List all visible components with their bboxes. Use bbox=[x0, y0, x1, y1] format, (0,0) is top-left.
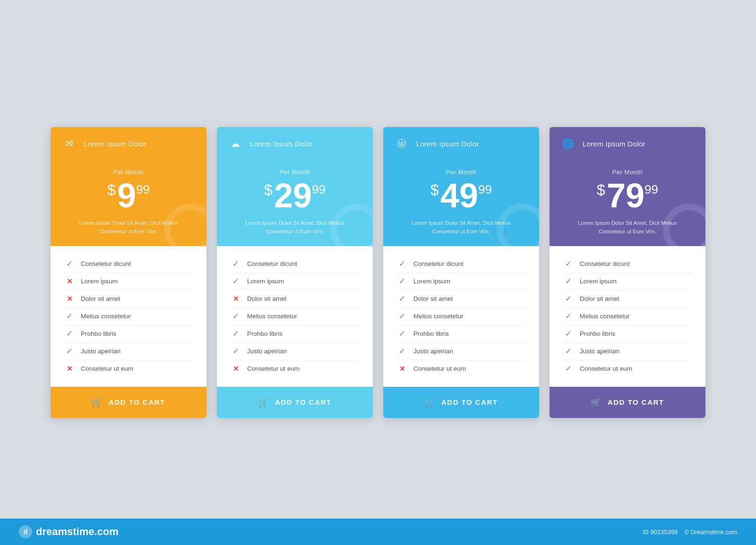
pricing-card-1: ✉Lorem Ipsum DolorPer Month$ 999Lorem Ip… bbox=[51, 127, 206, 418]
list-item: ✓Melius consetetur bbox=[231, 308, 359, 325]
check-icon: ✓ bbox=[565, 329, 572, 339]
feature-label-2-3: Dolor sit amet bbox=[247, 295, 286, 302]
price-description-1: Lorem Ipsum Dolor Sit Amet, Dicit Melius… bbox=[77, 219, 180, 236]
price-period-1: Per Month bbox=[113, 169, 144, 176]
check-icon: ✓ bbox=[66, 329, 73, 339]
card-price-4: Per Month$ 7999Lorem Ipsum Dolor Sit Ame… bbox=[550, 160, 705, 246]
cross-icon: ✕ bbox=[67, 277, 73, 286]
card-header-4: 🌐Lorem Ipsum Dolor bbox=[550, 127, 705, 160]
add-to-cart-label-1: ADD TO CART bbox=[109, 398, 165, 406]
add-to-cart-label-4: ADD TO CART bbox=[608, 398, 664, 406]
add-to-cart-button-1[interactable]: 🛒ADD TO CART bbox=[51, 387, 206, 418]
check-icon: ✓ bbox=[565, 259, 572, 269]
check-icon: ✓ bbox=[399, 346, 405, 356]
cart-icon: 🛒 bbox=[424, 397, 436, 408]
cross-icon: ✕ bbox=[233, 295, 239, 303]
price-period-4: Per Month bbox=[612, 169, 643, 176]
feature-label-2-1: Consetetur dicunt bbox=[247, 260, 297, 267]
price-description-3: Lorem Ipsum Dolor Sit Amet, Dicit Melius… bbox=[409, 219, 513, 236]
feature-label-4-4: Melius consetetur bbox=[580, 313, 630, 320]
list-item: ✓Melius consetetur bbox=[397, 308, 525, 325]
check-icon: ✓ bbox=[399, 294, 405, 304]
feature-label-1-6: Justo apeirian bbox=[81, 348, 120, 355]
list-item: ✓Justo apeirian bbox=[564, 343, 691, 360]
feature-label-3-3: Dolor sit amet bbox=[413, 295, 453, 302]
check-icon: ✓ bbox=[565, 364, 572, 374]
feature-label-2-5: Prohbo libris bbox=[247, 330, 283, 337]
add-to-cart-label-3: ADD TO CART bbox=[441, 398, 498, 406]
list-item: ✓Prohbo libris bbox=[564, 325, 691, 343]
card-price-1: Per Month$ 999Lorem Ipsum Dolor Sit Amet… bbox=[51, 160, 206, 246]
price-main-2: 29 bbox=[274, 179, 312, 213]
price-cents-1: 99 bbox=[136, 183, 150, 196]
card-features-2: ✓Consetetur dicunt✓Lorem ipsum✕Dolor sit… bbox=[217, 246, 373, 387]
add-to-cart-button-2[interactable]: 🛒ADD TO CART bbox=[217, 387, 373, 418]
feature-label-2-2: Lorem ipsum bbox=[247, 278, 284, 285]
dreamstime-logo-icon: d bbox=[19, 525, 32, 538]
price-dollar-2: $ bbox=[264, 182, 273, 197]
card-title-3: Lorem Ipsum Dolor bbox=[416, 140, 479, 148]
list-item: ✕Dolor sit amet bbox=[231, 290, 359, 308]
feature-label-4-2: Lorem ipsum bbox=[580, 278, 617, 285]
price-amount-3: $ 4999 bbox=[430, 179, 492, 213]
price-period-2: Per Month bbox=[280, 169, 310, 176]
price-description-2: Lorem Ipsum Dolor Sit Amet, Dicit Melius… bbox=[243, 219, 347, 236]
feature-label-3-2: Lorem ipsum bbox=[413, 278, 450, 285]
check-icon: ✓ bbox=[232, 329, 239, 339]
price-amount-4: $ 7999 bbox=[597, 179, 658, 213]
feature-label-1-4: Melius consetetur bbox=[81, 313, 131, 320]
pricing-container: ✉Lorem Ipsum DolorPer Month$ 999Lorem Ip… bbox=[13, 99, 743, 446]
email-icon: ✉ bbox=[61, 136, 77, 152]
price-amount-1: $ 999 bbox=[107, 179, 150, 213]
price-dollar-3: $ bbox=[430, 182, 439, 197]
check-icon: ✓ bbox=[399, 329, 405, 339]
cloud-icon: ☁ bbox=[227, 136, 243, 152]
price-description-4: Lorem Ipsum Dolor Sit Amet, Dicit Melius… bbox=[576, 219, 679, 236]
feature-label-4-6: Justo apeirian bbox=[580, 348, 619, 355]
card-features-3: ✓Consetetur dicunt✓Lorem ipsum✓Dolor sit… bbox=[383, 246, 539, 387]
pricing-card-2: ☁Lorem Ipsum DolorPer Month$ 2999Lorem I… bbox=[217, 127, 373, 418]
list-item: ✓Consetetur dicunt bbox=[564, 255, 691, 273]
card-features-4: ✓Consetetur dicunt✓Lorem ipsum✓Dolor sit… bbox=[550, 246, 705, 387]
list-item: ✓Dolor sit amet bbox=[397, 290, 525, 308]
list-item: ✓Prohbo libris bbox=[65, 325, 192, 343]
check-icon: ✓ bbox=[399, 276, 405, 286]
list-item: ✓Justo apeirian bbox=[65, 343, 192, 360]
add-to-cart-button-4[interactable]: 🛒ADD TO CART bbox=[550, 387, 705, 418]
footer-logo: d dreamstime.com bbox=[19, 525, 119, 538]
footer-id: ID 90235399 bbox=[643, 528, 678, 536]
list-item: ✓Justo apeirian bbox=[231, 343, 359, 360]
card-price-2: Per Month$ 2999Lorem Ipsum Dolor Sit Ame… bbox=[217, 160, 373, 246]
price-amount-2: $ 2999 bbox=[264, 179, 326, 213]
price-main-4: 79 bbox=[607, 179, 644, 213]
card-title-2: Lorem Ipsum Dolor bbox=[250, 140, 313, 148]
price-cents-2: 99 bbox=[312, 183, 326, 196]
card-header-1: ✉Lorem Ipsum Dolor bbox=[51, 127, 206, 160]
feature-label-2-6: Justo apeirian bbox=[247, 348, 287, 355]
feature-label-4-5: Prohbo libris bbox=[580, 330, 615, 337]
check-icon: ✓ bbox=[66, 311, 73, 321]
footer-bar: d dreamstime.com ID 90235399 © Dreamstim… bbox=[0, 519, 756, 545]
feature-label-3-1: Consetetur dicunt bbox=[413, 260, 464, 267]
price-main-3: 49 bbox=[440, 179, 478, 213]
cross-icon: ✕ bbox=[67, 365, 73, 373]
feature-label-3-7: Consetetur ut eum bbox=[413, 365, 466, 372]
feature-label-3-5: Prohbo libris bbox=[413, 330, 449, 337]
list-item: ✓Lorem ipsum bbox=[397, 273, 525, 290]
feature-label-2-4: Melius consetetur bbox=[247, 313, 297, 320]
check-icon: ✓ bbox=[565, 346, 572, 356]
card-title-4: Lorem Ipsum Dolor bbox=[583, 140, 645, 148]
card-header-3: ⓌLorem Ipsum Dolor bbox=[383, 127, 539, 160]
add-to-cart-button-3[interactable]: 🛒ADD TO CART bbox=[383, 387, 539, 418]
footer-logo-text: dreamstime.com bbox=[36, 526, 119, 538]
card-price-3: Per Month$ 4999Lorem Ipsum Dolor Sit Ame… bbox=[383, 160, 539, 246]
feature-label-1-3: Dolor sit amet bbox=[81, 295, 120, 302]
list-item: ✓Melius consetetur bbox=[564, 308, 691, 325]
price-dollar-1: $ bbox=[107, 182, 116, 197]
feature-label-4-1: Consetetur dicunt bbox=[580, 260, 630, 267]
feature-label-1-7: Consetetur ut eum bbox=[81, 365, 133, 372]
list-item: ✕Consetetur ut eum bbox=[397, 360, 525, 377]
cross-icon: ✕ bbox=[233, 365, 239, 373]
check-icon: ✓ bbox=[565, 294, 572, 304]
price-main-1: 9 bbox=[117, 179, 136, 213]
